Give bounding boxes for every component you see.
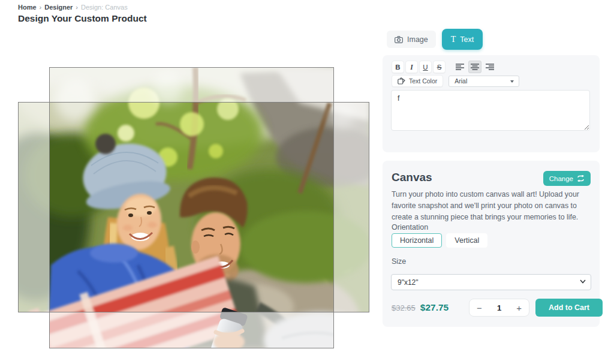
orientation-options: Horizontal Vertical [392,233,487,248]
align-center-icon [471,64,479,70]
orientation-label: Orientation [392,223,428,231]
breadcrumb: Home › Designer › Design: Canvas [18,4,128,11]
add-to-cart-button[interactable]: Add to Cart [535,299,603,317]
alignment-group [453,61,496,73]
text-icon: T [451,35,456,44]
text-color-button[interactable]: Text Color [392,75,443,87]
text-color-label: Text Color [409,77,437,85]
change-button-label: Change [549,175,573,182]
sale-price: $27.75 [420,302,449,313]
original-price: $32.65 [392,303,416,312]
strikethrough-button[interactable]: S [433,61,446,73]
swap-refresh-icon [577,175,585,182]
quantity-value: 1 [497,303,501,312]
tab-image-label: Image [407,35,428,44]
breadcrumb-home[interactable]: Home [18,4,37,11]
product-name: Canvas [392,171,432,184]
bold-button[interactable]: B [392,61,404,73]
change-product-button[interactable]: Change [543,171,591,186]
orientation-vertical-button[interactable]: Vertical [446,233,487,248]
product-description: Turn your photo into custom canvas wall … [392,189,593,223]
text-color-icon [398,77,405,85]
purchase-row: $32.65 $27.75 − 1 + Add to Cart [392,299,591,317]
align-center-button[interactable] [468,61,481,73]
custom-text-input[interactable]: f [391,90,590,131]
editor-tabs: Image T Text [387,29,483,50]
size-select[interactable]: 9"x12" [391,274,591,290]
quantity-increase-button[interactable]: + [516,303,522,312]
size-label: Size [392,257,406,266]
design-product-page: Home › Designer › Design: Canvas Design … [0,0,614,364]
underline-button[interactable]: U [419,61,432,73]
align-left-icon [456,64,464,70]
format-toolbar-row2: Text Color Arial [392,75,519,87]
quantity-stepper: − 1 + [469,299,529,317]
canvas-print-frame[interactable] [18,102,369,312]
breadcrumb-designer[interactable]: Designer [44,4,73,11]
font-family-value: Arial [455,77,467,85]
font-family-select[interactable]: Arial [449,76,519,87]
tab-image[interactable]: Image [387,31,436,48]
breadcrumb-current: Design: Canvas [81,4,128,11]
product-options-panel: Canvas Change Turn your photo into custo… [383,161,600,327]
size-select-wrap: 9"x12" [391,274,591,290]
italic-button[interactable]: I [405,61,418,73]
align-left-button[interactable] [453,61,466,73]
align-right-button[interactable] [483,61,496,73]
breadcrumb-separator: › [40,4,42,11]
tab-text-label: Text [460,35,474,44]
quantity-decrease-button[interactable]: − [477,303,482,312]
chevron-down-icon [510,80,514,83]
page-title: Design Your Custom Product [18,13,147,24]
format-toolbar: B I U S [392,61,496,73]
breadcrumb-separator: › [76,4,78,11]
tab-text[interactable]: T Text [442,29,483,50]
orientation-horizontal-button[interactable]: Horizontal [392,233,442,248]
camera-icon [395,36,403,43]
text-tools-panel: B I U S [383,55,600,152]
align-right-icon [486,64,494,70]
